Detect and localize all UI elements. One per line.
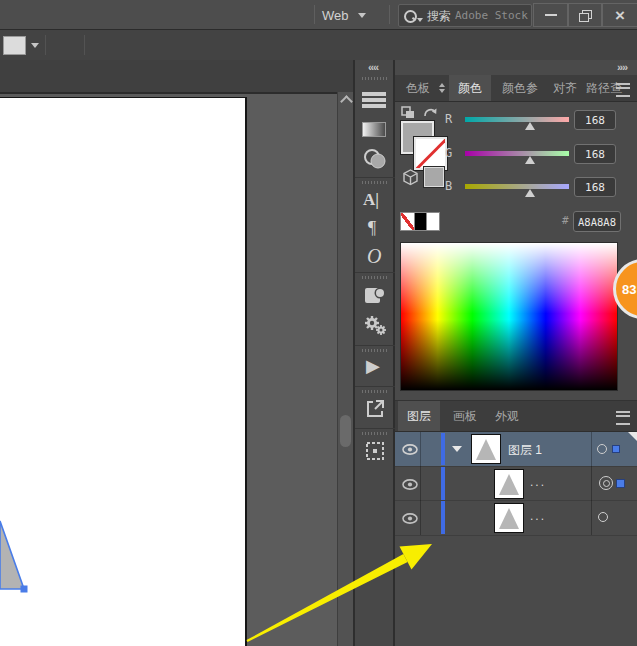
out-of-gamut-cube-icon[interactable]	[402, 169, 419, 186]
artboard[interactable]	[0, 97, 247, 646]
tab-artboards[interactable]: 画板	[445, 401, 485, 431]
scroll-up-icon[interactable]	[340, 95, 353, 108]
color-panel-menu-icon[interactable]	[616, 83, 630, 97]
visibility-eye-icon[interactable]	[402, 444, 418, 455]
none-slash	[415, 137, 447, 170]
tab-swatches[interactable]: 色板	[401, 75, 435, 101]
dock-gripper6[interactable]	[362, 432, 388, 435]
layer-name[interactable]: 图层 1	[508, 442, 542, 459]
black-swatch[interactable]	[415, 213, 428, 230]
dock-gripper4[interactable]	[362, 349, 388, 352]
control-toolbar: 变换	[0, 30, 637, 61]
expand-chevron-icon[interactable]	[452, 446, 462, 452]
triangle-thumb-icon	[495, 504, 523, 532]
channel-g-value[interactable]: 168	[574, 144, 616, 164]
titlebar-separator2	[389, 5, 390, 24]
channel-b-slider-handle[interactable]	[525, 189, 535, 197]
layer-color-bar	[441, 467, 445, 500]
fill-color-swatch[interactable]	[3, 36, 26, 55]
stroke-panel-button[interactable]	[362, 92, 386, 108]
target-double-circle-icon[interactable]	[599, 476, 613, 490]
anchor-point[interactable]	[21, 586, 28, 593]
tab-color[interactable]: 颜色	[449, 75, 491, 101]
layer-row-3[interactable]: ...	[395, 500, 637, 536]
channel-r-slider-handle[interactable]	[525, 122, 535, 130]
tab-align[interactable]: 对齐	[547, 75, 583, 101]
dock-gripper5[interactable]	[362, 390, 388, 393]
scrollbar-thumb[interactable]	[340, 415, 351, 447]
restore-button[interactable]	[567, 3, 603, 27]
restore-icon-back	[579, 13, 589, 22]
close-button[interactable]: ×	[601, 3, 637, 27]
tab-layers[interactable]: 图层	[398, 401, 440, 431]
symbols-panel-button[interactable]	[364, 285, 386, 309]
triangle-shape[interactable]	[0, 515, 36, 605]
chevron-down-icon	[31, 43, 39, 48]
tab-color-guide[interactable]: 颜色参	[497, 75, 543, 101]
search-placeholder-brand: Adobe Stock	[455, 9, 528, 22]
asset-export-panel-button[interactable]	[365, 399, 385, 423]
actions-panel-button[interactable]: ▶	[366, 357, 380, 375]
channel-g-label: G	[445, 146, 452, 160]
channel-g-slider-handle[interactable]	[525, 156, 535, 164]
paragraph-panel-button[interactable]: ¶	[368, 218, 376, 239]
selection-indicator[interactable]	[612, 445, 620, 453]
titlebar-separator	[314, 5, 315, 24]
object-name[interactable]: ...	[530, 509, 546, 523]
object-name[interactable]: ...	[530, 475, 546, 489]
minimize-button[interactable]	[533, 3, 569, 27]
layer-row-2[interactable]: ...	[395, 466, 637, 501]
dock-gripper2[interactable]	[362, 181, 388, 184]
toolbar-separator2	[84, 35, 85, 55]
color-panel-tabbar: 色板 颜色 颜色参 对齐 路径查	[395, 75, 637, 102]
layer-thumbnail[interactable]	[471, 434, 501, 464]
selection-indicator[interactable]	[616, 479, 625, 488]
gamut-color-swatch[interactable]	[424, 167, 444, 187]
white-swatch[interactable]	[427, 213, 439, 230]
dock-gripper3[interactable]	[362, 276, 388, 279]
object-thumbnail[interactable]	[494, 469, 524, 499]
channel-g-slider[interactable]	[465, 151, 569, 156]
artboard-dashed-icon	[365, 441, 385, 461]
visibility-eye-icon[interactable]	[402, 479, 418, 490]
graphic-styles-panel-button[interactable]	[363, 313, 387, 341]
visibility-eye-icon[interactable]	[402, 513, 418, 524]
swap-fill-stroke-mini-icon[interactable]	[401, 106, 415, 119]
panels-collapse-button[interactable]: »»	[617, 61, 627, 73]
quick-swatches	[400, 212, 440, 231]
channel-b-value[interactable]: 168	[574, 177, 616, 197]
channel-r-value[interactable]: 168	[574, 110, 616, 130]
color-spectrum[interactable]	[400, 242, 618, 391]
fill-color-dropdown[interactable]	[3, 36, 39, 54]
workspace-switcher[interactable]: Web	[322, 5, 380, 25]
canvas-scrollbar[interactable]	[337, 92, 353, 646]
layer-row-1[interactable]: 图层 1	[395, 432, 637, 466]
layer-color-bar	[441, 501, 445, 534]
channel-b-slider[interactable]	[465, 184, 569, 189]
dock-collapse-button[interactable]: ««	[368, 61, 378, 73]
swap-arrow-icon[interactable]	[422, 105, 438, 118]
object-thumbnail[interactable]	[494, 503, 524, 533]
titlebar: Web 搜索 Adobe Stock ×	[0, 0, 637, 30]
artboards-panel-button[interactable]	[365, 441, 385, 465]
gradient-panel-button[interactable]	[362, 122, 386, 137]
chevron-down-icon	[358, 13, 366, 18]
channel-r-label: R	[445, 112, 452, 126]
layers-panel-menu-icon[interactable]	[616, 411, 630, 425]
opentype-panel-button[interactable]: O	[367, 245, 381, 268]
channel-r-slider[interactable]	[465, 117, 569, 122]
search-chevron-icon	[417, 18, 423, 22]
tab-appearance[interactable]: 外观	[487, 401, 527, 431]
stroke-proxy-swatch[interactable]	[414, 137, 447, 170]
hex-value-field[interactable]: A8A8A8	[573, 211, 621, 232]
target-circle-icon[interactable]	[598, 512, 608, 522]
target-circle-icon[interactable]	[597, 444, 607, 454]
character-panel-button[interactable]: A|	[363, 190, 379, 210]
stock-search-input[interactable]: 搜索 Adobe Stock	[398, 4, 532, 27]
dock-gripper[interactable]	[362, 77, 388, 80]
none-swatch[interactable]	[401, 213, 415, 230]
dock-divider5	[355, 428, 395, 429]
transparency-panel-button[interactable]	[363, 148, 387, 170]
panel-cycle-icon[interactable]	[439, 83, 446, 94]
layers-list: 图层 1 ...	[395, 432, 637, 646]
